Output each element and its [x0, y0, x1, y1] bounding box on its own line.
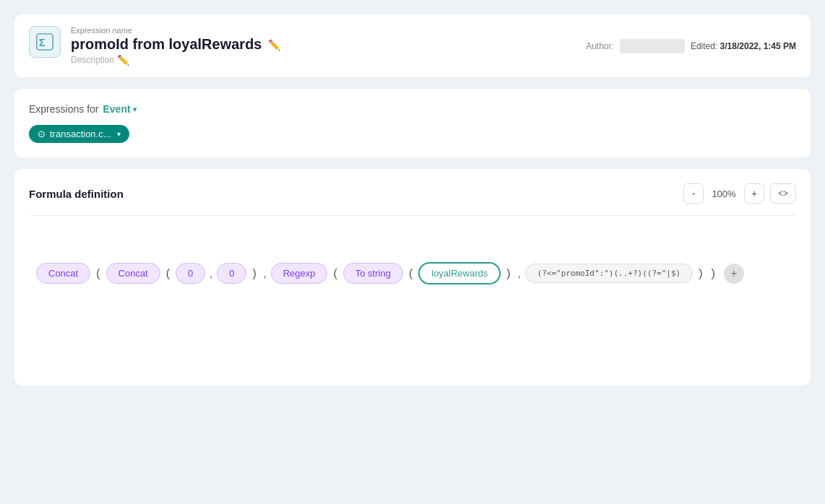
formula-builder: Concat ( Concat ( 0 , 0 ) , Regexp ( To …	[29, 233, 796, 299]
svg-text:Σ: Σ	[39, 37, 46, 48]
expression-title: promoId from loyalRewards	[71, 36, 262, 53]
event-badge[interactable]: Event ▾	[103, 103, 136, 115]
transaction-pill[interactable]: ⊙ transaction.c... ▾	[29, 125, 129, 143]
token-regex-val[interactable]: (?<="promoId":")(..+?)((?="|$)	[525, 264, 694, 283]
zoom-minus-button[interactable]: -	[683, 183, 704, 204]
expression-name-label: Expression name	[71, 26, 280, 35]
token-concat2[interactable]: Concat	[106, 263, 160, 284]
formula-divider	[29, 215, 796, 216]
token-paren1: (	[93, 263, 103, 284]
author-pill	[620, 39, 685, 53]
token-tostring[interactable]: To string	[343, 263, 403, 284]
token-comma1: ,	[208, 264, 214, 284]
edited-text: Edited: 3/18/2022, 1:45 PM	[691, 41, 796, 51]
event-chevron-icon: ▾	[133, 105, 137, 113]
expressions-card: Expressions for Event ▾ ⊙ transaction.c.…	[14, 89, 811, 157]
token-val2[interactable]: 0	[217, 263, 246, 284]
header-right: Author: Edited: 3/18/2022, 1:45 PM	[586, 39, 796, 53]
formula-controls: - 100% + <>	[683, 183, 796, 204]
token-paren4: (	[330, 263, 340, 284]
header-left: Σ Expression name promoId from loyalRewa…	[29, 26, 280, 66]
logo-box: Σ	[29, 26, 61, 58]
token-paren8: )	[709, 263, 718, 284]
token-val1[interactable]: 0	[176, 263, 205, 284]
token-paren7: )	[696, 263, 705, 284]
description-edit-icon[interactable]: ✏️	[117, 54, 129, 66]
token-regexp[interactable]: Regexp	[271, 263, 328, 284]
transaction-pill-chevron-icon: ▾	[117, 130, 121, 138]
token-paren5: (	[406, 263, 415, 284]
header-info: Expression name promoId from loyalReward…	[71, 26, 280, 66]
expression-title-row: promoId from loyalRewards ✏️	[71, 36, 280, 53]
formula-title: Formula definition	[29, 188, 124, 200]
transaction-pill-icon: ⊙	[38, 129, 46, 139]
zoom-percentage: 100%	[709, 188, 738, 199]
token-paren2: (	[163, 263, 173, 284]
expressions-for-label: Expressions for	[29, 103, 98, 115]
header-card: Σ Expression name promoId from loyalRewa…	[14, 14, 811, 77]
token-comma3: ,	[517, 264, 522, 284]
token-concat1[interactable]: Concat	[36, 263, 90, 284]
transaction-pill-label: transaction.c...	[50, 129, 111, 139]
description-label: Description	[71, 55, 114, 65]
expressions-for-row: Expressions for Event ▾	[29, 103, 796, 115]
event-label: Event	[103, 103, 130, 115]
edited-value: 3/18/2022, 1:45 PM	[720, 41, 796, 51]
formula-card: Formula definition - 100% + <> Concat ( …	[14, 169, 811, 386]
author-label: Author:	[586, 41, 614, 51]
token-paren3: )	[249, 263, 259, 284]
token-paren6: )	[504, 263, 513, 284]
token-loyalrewards[interactable]: loyalRewards	[418, 262, 501, 284]
description-row: Description ✏️	[71, 54, 280, 66]
token-comma2: ,	[262, 264, 268, 284]
add-token-button[interactable]: +	[724, 264, 744, 284]
zoom-plus-button[interactable]: +	[744, 183, 764, 204]
title-edit-icon[interactable]: ✏️	[268, 39, 280, 51]
formula-header: Formula definition - 100% + <>	[29, 183, 796, 204]
code-view-button[interactable]: <>	[770, 183, 796, 204]
